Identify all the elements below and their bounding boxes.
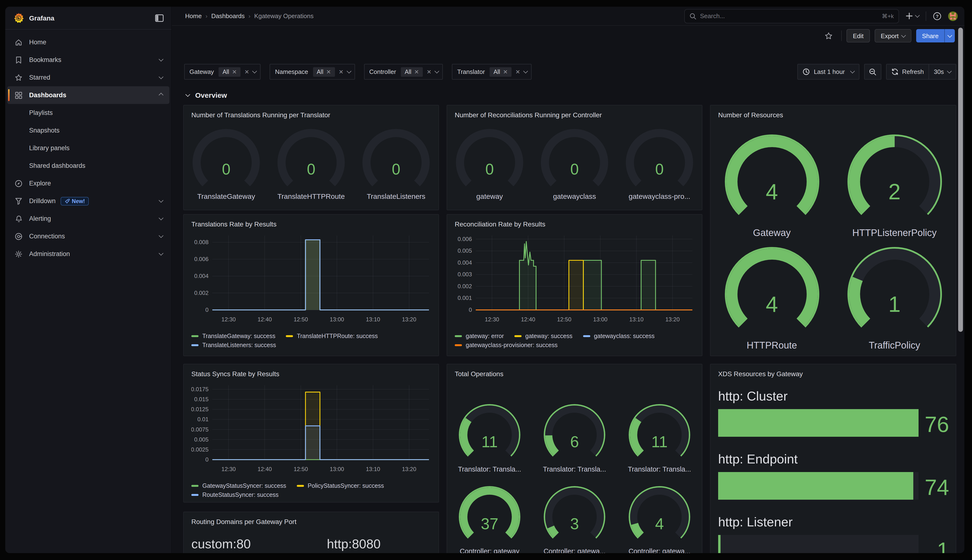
share-dropdown-button[interactable] <box>944 29 955 42</box>
add-button[interactable] <box>906 12 919 20</box>
chart-legend: gateway: errorgateway: successgatewaycla… <box>455 333 697 348</box>
svg-text:0.002: 0.002 <box>458 283 472 289</box>
chevron-down-icon[interactable] <box>434 69 439 73</box>
legend-item[interactable]: gateway: success <box>514 333 572 340</box>
filter-clear-icon[interactable]: ✕ <box>515 68 520 75</box>
time-range-picker[interactable]: Last 1 hour <box>798 64 859 80</box>
chart-plot[interactable]: 00.0010.0020.0030.0040.0050.00612:3012:4… <box>455 231 695 334</box>
grafana-logo-icon[interactable] <box>13 12 24 23</box>
sidebar-item-administration[interactable]: Administration <box>7 245 169 263</box>
sidebar-item-snapshots[interactable]: Snapshots <box>7 122 169 139</box>
gauge-gateway: 4Gateway <box>712 132 832 245</box>
panel-title[interactable]: Number of Translations Running per Trans… <box>191 111 330 119</box>
breadcrumb-item[interactable]: Home <box>185 12 202 20</box>
gauge-httproute: 4HTTPRoute <box>712 245 832 356</box>
sidebar-item-library-panels[interactable]: Library panels <box>7 139 169 157</box>
panel-xds-resources: XDS Resources by Gateway http: Cluster 7… <box>710 364 956 553</box>
chevron-down-icon[interactable] <box>523 69 528 73</box>
filter-value-chip[interactable]: All✕ <box>489 67 511 77</box>
svg-text:13:10: 13:10 <box>366 316 380 323</box>
bookmark-icon <box>15 56 22 63</box>
sidebar-item-connections[interactable]: Connections <box>7 227 169 245</box>
svg-text:13:00: 13:00 <box>593 316 608 323</box>
chevron-down-icon[interactable] <box>252 69 257 73</box>
panel-title[interactable]: Reconciliation Rate by Results <box>455 220 545 228</box>
legend-item[interactable]: PolicyStatusSyncer: success <box>297 483 384 489</box>
filter-value-chip[interactable]: All✕ <box>313 67 335 77</box>
legend-swatch <box>191 344 199 347</box>
filter-namespace[interactable]: Namespace All✕ ✕ <box>270 64 355 80</box>
chip-remove-icon[interactable]: ✕ <box>414 68 419 75</box>
sidebar-item-bookmarks[interactable]: Bookmarks <box>7 51 169 69</box>
sidebar-item-alerting[interactable]: Alerting <box>7 210 169 227</box>
sidebar-item-dashboards[interactable]: Dashboards <box>7 86 169 104</box>
filter-label: Gateway <box>189 68 215 75</box>
sidebar-item-shared-dashboards[interactable]: Shared dashboards <box>7 157 169 175</box>
user-avatar[interactable] <box>948 11 958 21</box>
sidebar-item-drilldown[interactable]: DrilldownNew! <box>7 192 169 210</box>
panel-title[interactable]: Number of Reconciliations Running per Co… <box>455 111 602 119</box>
refresh-button[interactable]: Refresh <box>886 64 929 79</box>
zoom-out-button[interactable] <box>864 64 881 80</box>
refresh-controls: Refresh 30s <box>886 64 956 80</box>
panel-title[interactable]: Number of Resources <box>718 111 783 119</box>
svg-text:0: 0 <box>205 456 209 463</box>
sidebar-item-playlists[interactable]: Playlists <box>7 104 169 122</box>
legend-item[interactable]: TranslateGateway: success <box>191 333 276 340</box>
svg-text:?: ? <box>936 13 939 18</box>
edit-button[interactable]: Edit <box>847 29 870 42</box>
legend-item[interactable]: gatewayclass: success <box>583 333 655 340</box>
legend-item[interactable]: TranslateListeners: success <box>191 342 276 348</box>
filter-gateway[interactable]: Gateway All✕ ✕ <box>184 64 261 80</box>
dock-menu-icon[interactable] <box>155 14 164 22</box>
gauge-label: HTTPRoute <box>712 340 832 351</box>
chart-plot[interactable]: 00.00250.0050.00750.010.01250.0150.01751… <box>191 380 432 483</box>
breadcrumb-item[interactable]: Dashboards <box>211 12 245 20</box>
chevron-down-icon[interactable] <box>347 69 351 73</box>
panel-title[interactable]: Translations Rate by Results <box>191 220 277 228</box>
sidebar-item-starred[interactable]: Starred <box>7 69 169 86</box>
filter-translator[interactable]: Translator All✕ ✕ <box>452 64 531 80</box>
bar-fill <box>718 535 721 553</box>
search-placeholder: Search... <box>700 12 725 20</box>
gauge-gatewayclass-pro-: 0gatewayclass-pro... <box>620 123 700 207</box>
svg-text:0.006: 0.006 <box>194 256 209 262</box>
panel-title[interactable]: Total Operations <box>455 370 503 378</box>
refresh-interval-dropdown[interactable]: 30s <box>929 64 956 79</box>
legend-item[interactable]: TranslateHTTPRoute: success <box>286 333 378 340</box>
panel-title[interactable]: XDS Resources by Gateway <box>718 370 803 378</box>
chip-remove-icon[interactable]: ✕ <box>232 68 237 75</box>
filter-clear-icon[interactable]: ✕ <box>427 68 431 75</box>
help-icon[interactable]: ? <box>933 12 942 20</box>
section-overview[interactable]: Overview <box>172 88 964 102</box>
favorite-star-icon[interactable] <box>825 32 833 40</box>
panel-reconciliations-running: Number of Reconciliations Running per Co… <box>447 105 702 210</box>
export-button[interactable]: Export <box>874 29 912 42</box>
panel-title[interactable]: Status Syncs Rate by Results <box>191 370 279 378</box>
chip-remove-icon[interactable]: ✕ <box>503 68 508 75</box>
share-button[interactable]: Share <box>917 29 955 42</box>
scrollbar-thumb[interactable] <box>958 28 963 332</box>
filter-controller[interactable]: Controller All✕ ✕ <box>364 64 443 80</box>
filter-clear-icon[interactable]: ✕ <box>339 68 343 75</box>
chart-plot[interactable]: 00.0020.0040.0060.00812:3012:4012:5013:0… <box>191 231 432 334</box>
search-icon <box>690 13 696 19</box>
legend-item[interactable]: gatewayclass-provisioner: success <box>455 342 558 348</box>
chevron-down-icon <box>159 215 164 220</box>
panel-title[interactable]: Routing Domains per Gateway Port <box>191 518 296 525</box>
legend-item[interactable]: RouteStatusSyncer: success <box>191 492 279 498</box>
filter-value-chip[interactable]: All✕ <box>219 67 241 77</box>
gauge-value: 11 <box>618 433 700 451</box>
chip-remove-icon[interactable]: ✕ <box>326 68 331 75</box>
sidebar-item-home[interactable]: Home <box>7 33 169 51</box>
bar-value: 76 <box>906 412 949 437</box>
legend-item[interactable]: gateway: error <box>455 333 504 340</box>
bar-label: http: Listener <box>718 515 793 530</box>
legend-item[interactable]: GatewayStatusSyncer: success <box>191 483 286 489</box>
filter-clear-icon[interactable]: ✕ <box>245 68 249 75</box>
filter-value-chip[interactable]: All✕ <box>401 67 423 77</box>
search-input[interactable]: Search... ⌘+k <box>684 9 899 23</box>
gear-icon <box>15 250 22 258</box>
sidebar-item-explore[interactable]: Explore <box>7 175 169 192</box>
filter-label: Namespace <box>275 68 309 75</box>
